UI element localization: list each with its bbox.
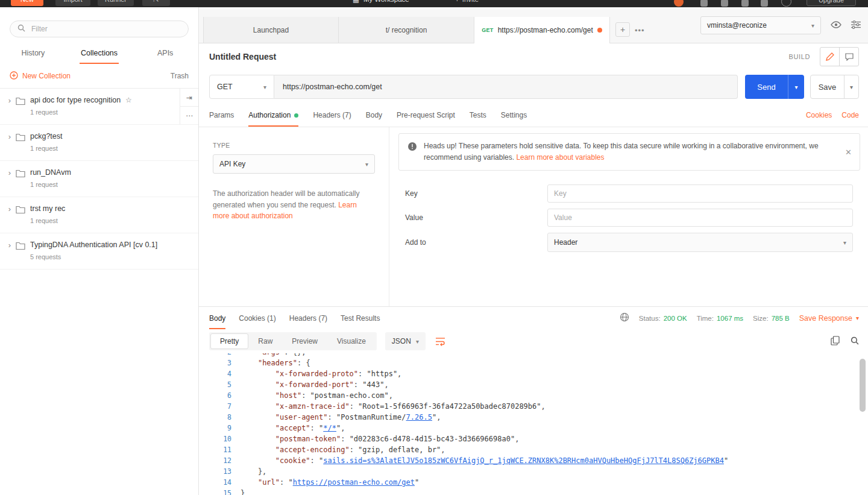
add-to-label: Add to — [398, 238, 547, 247]
collection-item[interactable]: ›TypingDNA Authentication API [cv 0.1]5 … — [0, 233, 198, 270]
sidebar-tab-collections[interactable]: Collections — [66, 45, 133, 64]
upgrade-button[interactable]: Upgrade — [807, 0, 856, 6]
wrap-text-button[interactable] — [435, 337, 445, 346]
code-line: 13 }, — [207, 466, 868, 477]
tab-settings[interactable]: Settings — [501, 104, 527, 127]
response-tab-headers[interactable]: Headers (7) — [289, 307, 327, 329]
settings-icon[interactable] — [721, 0, 728, 7]
workspace-switcher[interactable]: ▦ My Workspace — [353, 0, 409, 6]
status-icon[interactable] — [700, 0, 708, 7]
tab-headers[interactable]: Headers (7) — [313, 104, 351, 127]
runner-button[interactable]: Runner — [98, 0, 134, 6]
search-response-button[interactable] — [851, 336, 859, 347]
build-label[interactable]: BUILD — [789, 53, 810, 60]
open-in-tab-icon[interactable]: ⇥ — [180, 89, 198, 106]
code-line: 11 "accept-encoding": "gzip, deflate, br… — [207, 444, 868, 455]
response-tab-body[interactable]: Body — [209, 307, 225, 329]
notifications-icon[interactable] — [741, 0, 749, 7]
cookies-link[interactable]: Cookies — [806, 111, 832, 119]
collection-item[interactable]: ›pckg?test1 request — [0, 125, 198, 161]
copy-response-button[interactable] — [831, 336, 840, 347]
edit-request-button[interactable] — [820, 48, 839, 66]
code-line: 6 "host": "postman-echo.com", — [207, 390, 868, 401]
open-new-icon[interactable]: ⇱ — [142, 0, 170, 6]
save-options-icon[interactable]: ▾ — [844, 75, 858, 98]
view-pretty[interactable]: Pretty — [210, 333, 248, 349]
code-line: 3 "headers": { — [207, 358, 868, 368]
new-tab-button[interactable]: + — [615, 22, 630, 37]
response-format-select[interactable]: JSON ▾ — [385, 332, 426, 350]
code-link[interactable]: sails.sid=s%3AlatElJV5o185zWC6VfAigjQ_r_… — [323, 456, 724, 465]
collection-item[interactable]: ›trst my rec1 request — [0, 197, 198, 233]
account-avatar[interactable] — [674, 0, 684, 7]
vertical-scrollbar[interactable] — [860, 359, 866, 412]
key-input[interactable] — [547, 184, 853, 203]
collection-item[interactable]: ›api doc for type recognition☆1 request⇥… — [0, 89, 198, 125]
open-tab-t-recognition[interactable]: t/ recognition — [339, 17, 474, 43]
collection-name: api doc for type recognition☆ — [30, 96, 198, 104]
time-label: Time: — [697, 315, 714, 322]
code-link[interactable]: 7.26.5 — [406, 413, 432, 421]
tab-body[interactable]: Body — [366, 104, 382, 127]
import-button[interactable]: Import — [55, 0, 90, 6]
code-text: "url": "https://postman-echo.com/get" — [241, 477, 419, 488]
trash-link[interactable]: Trash — [171, 72, 189, 80]
send-options-icon[interactable]: ▾ — [788, 75, 804, 99]
environment-select[interactable]: vminsta@reconize ▾ — [700, 16, 821, 34]
save-response-button[interactable]: Save Response ▾ — [799, 314, 859, 323]
chevron-right-icon[interactable]: › — [5, 241, 14, 269]
new-button[interactable]: New — [11, 0, 43, 6]
chevron-right-icon[interactable]: › — [5, 132, 14, 160]
environment-preview-icon[interactable] — [831, 21, 841, 30]
learn-more-variables-link[interactable]: Learn more about variables — [516, 153, 604, 162]
key-label: Key — [398, 189, 547, 198]
view-visualize[interactable]: Visualize — [327, 333, 376, 349]
sidebar-tab-apis[interactable]: APIs — [132, 45, 198, 64]
code-token — [241, 435, 275, 443]
sidebar-tab-history[interactable]: History — [0, 45, 66, 64]
line-number: 15 — [207, 488, 241, 495]
code-link[interactable]: */* — [323, 424, 336, 432]
collection-item[interactable]: ›run_DNAvm1 request — [0, 161, 198, 197]
save-button[interactable]: Save — [811, 75, 844, 98]
filter-box[interactable] — [10, 20, 189, 37]
code-link[interactable]: https://postman-echo.com/get — [293, 478, 415, 487]
chevron-right-icon[interactable]: › — [5, 168, 14, 197]
value-input[interactable] — [547, 209, 853, 227]
response-tab-test-results[interactable]: Test Results — [341, 307, 380, 329]
tab-list: Launchpadt/ recognitionGEThttps://postma… — [203, 16, 610, 43]
help-icon[interactable] — [781, 0, 791, 7]
url-input[interactable] — [274, 75, 738, 99]
tab-authorization[interactable]: Authorization — [248, 104, 298, 127]
tab-pre-request-script[interactable]: Pre-request Script — [397, 104, 455, 127]
response-tab-cookies[interactable]: Cookies (1) — [239, 307, 275, 329]
more-options-icon[interactable]: ⋯ — [180, 106, 198, 124]
comments-button[interactable] — [839, 48, 858, 66]
response-view-switcher: PrettyRawPreviewVisualize — [209, 332, 377, 350]
invite-button[interactable]: + Invite — [455, 0, 479, 6]
open-tab-https-postman-echo-com-get[interactable]: GEThttps://postman-echo.com/get — [474, 17, 610, 43]
code-link[interactable]: Code — [841, 111, 859, 119]
auth-type-select[interactable]: API Key ▾ — [213, 154, 375, 174]
new-collection-button[interactable]: New Collection — [10, 71, 71, 81]
chevron-right-icon[interactable]: › — [5, 96, 14, 124]
response-body-viewer[interactable]: 2 "args": {},3 "headers": {4 "x-forwarde… — [199, 353, 868, 495]
tab-options-icon[interactable]: ••• — [635, 26, 645, 35]
filter-input[interactable] — [30, 24, 181, 34]
view-raw[interactable]: Raw — [248, 333, 282, 349]
environment-settings-icon[interactable] — [851, 20, 861, 31]
add-to-select[interactable]: Header ▾ — [547, 233, 853, 252]
tab-tests[interactable]: Tests — [470, 104, 486, 127]
close-icon[interactable]: ✕ — [845, 148, 852, 157]
open-tab-launchpad[interactable]: Launchpad — [203, 17, 339, 43]
line-number: 9 — [207, 423, 241, 434]
heart-icon[interactable] — [761, 0, 768, 7]
chevron-right-icon[interactable]: › — [5, 204, 14, 233]
star-icon[interactable]: ☆ — [125, 96, 132, 104]
tab-params[interactable]: Params — [209, 104, 234, 127]
method-select[interactable]: GET ▾ — [209, 75, 274, 99]
network-globe-icon[interactable] — [620, 312, 629, 324]
view-preview[interactable]: Preview — [282, 333, 327, 349]
code-token — [241, 380, 275, 389]
send-button[interactable]: Send — [745, 75, 788, 99]
